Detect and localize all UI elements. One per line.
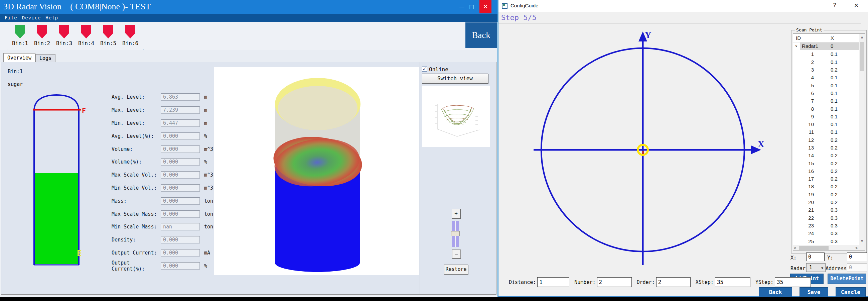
field-unit: m^3: [204, 185, 213, 191]
help-button[interactable]: ?: [830, 2, 840, 9]
scroll-right-icon[interactable]: >: [855, 246, 858, 250]
online-checkbox[interactable]: ✓: [422, 66, 427, 72]
slider-handle[interactable]: [451, 231, 460, 236]
table-row[interactable]: 220.3: [793, 214, 859, 222]
x-input[interactable]: 0: [806, 252, 825, 261]
cell-id: 9: [793, 114, 814, 119]
table-row[interactable]: 40.1: [793, 74, 859, 81]
bin-icon: [103, 25, 113, 38]
vscroll-thumb[interactable]: [860, 42, 864, 71]
scroll-left-icon[interactable]: <: [794, 246, 796, 250]
table-row[interactable]: 190.2: [793, 191, 859, 198]
table-row[interactable]: 250.3: [793, 237, 859, 245]
cell-x: 0.1: [831, 98, 838, 104]
cell-id: 15: [793, 161, 814, 166]
scan-point-table[interactable]: ID X ∨ Radar1 0 10.120.130.240.150.160.1…: [793, 33, 865, 251]
table-row[interactable]: 110.1: [793, 128, 859, 136]
hscroll-thumb[interactable]: [799, 246, 829, 250]
switch-view-button[interactable]: Switch view: [422, 74, 488, 83]
scroll-up-icon[interactable]: ∧: [859, 35, 865, 39]
bin-icon: [81, 25, 91, 38]
radar-vision-window: 3D Radar Vision ( COM8|None )- TEST — □ …: [0, 0, 497, 297]
table-row[interactable]: 10.1: [793, 50, 859, 58]
maximize-button[interactable]: □: [467, 0, 477, 13]
back-button[interactable]: Back: [465, 22, 497, 48]
table-row[interactable]: 240.3: [793, 229, 859, 237]
menu-item-device[interactable]: Device: [22, 14, 41, 22]
field-row: Mass:0.000ton: [112, 194, 228, 207]
table-row[interactable]: 100.1: [793, 120, 859, 128]
y-label: Y:: [827, 255, 833, 261]
table-row[interactable]: 120.2: [793, 136, 859, 144]
cell-id: 18: [793, 184, 814, 189]
scan-point-group: Scan Point ID X ∨ Radar1 0 10.120.130.24…: [791, 30, 867, 253]
table-row[interactable]: 70.1: [793, 97, 859, 105]
field-row: Min Scale Vol.:0.000m^3: [112, 182, 228, 195]
configguide-window: ConfigGuide ? ✕ Step 5/5 Y X Scan Point …: [497, 0, 868, 297]
table-row[interactable]: 60.1: [793, 89, 859, 97]
table-row[interactable]: 200.2: [793, 198, 859, 206]
menu-bar: FileDeviceHelp: [0, 14, 497, 22]
table-row[interactable]: 210.3: [793, 206, 859, 214]
column-header-id[interactable]: ID: [796, 35, 801, 41]
wizard-back-button[interactable]: Back: [759, 287, 792, 297]
tab-logs[interactable]: Logs: [35, 54, 56, 62]
table-row[interactable]: 140.2: [793, 152, 859, 159]
param-label: XStep:: [695, 279, 714, 285]
close-button[interactable]: ✕: [851, 2, 861, 9]
bin-selector-bin5[interactable]: Bin:5: [97, 25, 119, 47]
bin-selector-bin2[interactable]: Bin:2: [31, 25, 53, 47]
vertical-scrollbar[interactable]: ∧ ∨: [859, 34, 865, 250]
bin-selector-bin6[interactable]: Bin:6: [119, 25, 141, 47]
table-row[interactable]: 230.3: [793, 222, 859, 229]
minimize-button[interactable]: —: [457, 0, 467, 13]
cell-id: 11: [793, 129, 814, 135]
wizard-save-button[interactable]: Save: [800, 287, 828, 297]
table-row[interactable]: 160.2: [793, 167, 859, 175]
chevron-down-icon: ▼: [821, 266, 823, 270]
zoom-in-button[interactable]: +: [452, 209, 460, 218]
cell-x: 0.1: [831, 51, 838, 57]
param-input-ystep[interactable]: 35: [775, 277, 811, 287]
zoom-slider[interactable]: [452, 221, 459, 247]
column-header-x[interactable]: X: [831, 35, 834, 41]
tab-overview[interactable]: Overview: [3, 53, 35, 62]
field-label: Avg. Level(%):: [112, 133, 161, 139]
table-row[interactable]: 180.2: [793, 183, 859, 190]
scroll-down-icon[interactable]: ∨: [859, 239, 865, 243]
bin-selector-bin4[interactable]: Bin:4: [75, 25, 97, 47]
table-row[interactable]: 50.1: [793, 81, 859, 89]
bin-selector-bin1[interactable]: Bin:1: [9, 25, 31, 47]
table-row[interactable]: 20.1: [793, 58, 859, 66]
bin-selector-bin3[interactable]: Bin:3: [53, 25, 75, 47]
table-row[interactable]: 30.2: [793, 66, 859, 74]
table-row[interactable]: 80.1: [793, 105, 859, 112]
menu-item-help[interactable]: Help: [45, 14, 58, 22]
param-input-distance[interactable]: 1: [537, 277, 569, 287]
param-input-xstep[interactable]: 35: [715, 277, 750, 287]
wizard-cancel-button[interactable]: Cancle: [836, 287, 866, 297]
close-button[interactable]: ✕: [479, 0, 492, 13]
restore-button[interactable]: Restore: [444, 265, 468, 274]
horizontal-scrollbar[interactable]: < >: [793, 245, 859, 250]
expander-icon[interactable]: ∨: [795, 44, 798, 48]
param-input-number[interactable]: 2: [597, 277, 632, 287]
table-row[interactable]: 150.2: [793, 159, 859, 167]
table-row-radar1[interactable]: ∨ Radar1 0: [793, 43, 859, 50]
table-row[interactable]: 130.2: [793, 144, 859, 152]
mesh-thumbnail[interactable]: [422, 86, 490, 147]
param-label: Order:: [637, 279, 655, 285]
table-row[interactable]: 90.1: [793, 113, 859, 120]
zoom-out-button[interactable]: −: [452, 249, 461, 258]
table-row[interactable]: 170.2: [793, 175, 859, 183]
menu-item-file[interactable]: File: [5, 14, 18, 22]
y-input[interactable]: 0: [847, 252, 867, 261]
radar-dropdown[interactable]: 1 ▼: [806, 263, 826, 272]
field-unit: m^3: [204, 146, 213, 152]
tank-3d-view[interactable]: [214, 67, 419, 275]
field-value-box: 0.000: [161, 158, 200, 166]
bin-icon: [59, 25, 69, 38]
param-input-order[interactable]: 2: [656, 277, 690, 287]
delete-point-button[interactable]: DeletePoint: [828, 274, 866, 284]
field-unit: m: [204, 120, 207, 126]
